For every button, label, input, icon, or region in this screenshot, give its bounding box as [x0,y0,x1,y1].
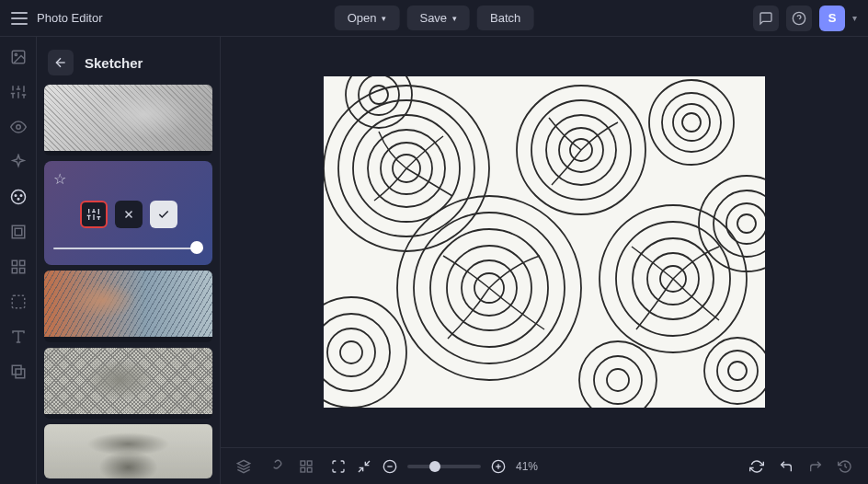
batch-button[interactable]: Batch [477,6,533,30]
retouch-tool-icon[interactable] [9,293,28,311]
svg-rect-22 [12,269,17,273]
bottombar-left [235,458,314,475]
svg-point-15 [15,195,17,197]
effects-panel: Sketcher Charcoal GFX Ai ☆ Co [37,37,221,484]
batch-label: Batch [490,11,520,25]
effect-controls [53,201,203,228]
compare-icon[interactable] [748,458,765,475]
topbar-right: S ▾ [753,6,857,31]
overlay-tool-icon[interactable] [9,363,28,381]
svg-rect-86 [301,461,305,466]
effect-label-row: Charcoal GFX Ai [44,151,212,156]
link-icon[interactable] [267,458,283,475]
image-tool-icon[interactable] [9,48,28,66]
eye-tool-icon[interactable] [9,118,28,136]
topbar-center: Open▾ Save▾ Batch [335,6,534,30]
effect-label-row: Color Sketch GFX Ai [44,337,212,341]
grid-icon[interactable] [298,458,314,475]
effect-intensity-slider[interactable] [53,241,203,256]
slider-thumb[interactable] [190,241,203,254]
effect-card-crosshatch[interactable]: Cross Hatch GFX Ai [44,348,212,419]
effect-card-active: ☆ [44,161,212,265]
effect-label-row: Cross Hatch GFX Ai [44,414,212,419]
app-title: Photo Editor [37,11,103,25]
hamburger-menu-icon[interactable] [11,12,28,25]
tool-rail [0,37,37,484]
elements-tool-icon[interactable] [9,258,28,276]
help-icon[interactable] [786,6,812,31]
svg-point-16 [20,195,22,197]
favorite-icon[interactable]: ☆ [53,171,66,187]
back-button[interactable] [48,50,74,75]
svg-marker-85 [237,460,249,467]
open-label: Open [348,11,377,25]
user-avatar[interactable]: S [819,6,845,31]
account-chevron-icon[interactable]: ▾ [852,13,857,23]
layers-icon[interactable] [235,458,252,475]
svg-rect-87 [307,461,312,466]
effect-card-color-sketch[interactable]: Color Sketch GFX Ai [44,271,212,341]
palette-tool-icon[interactable] [9,188,28,206]
svg-rect-20 [12,260,17,265]
slider-track [53,248,203,249]
svg-point-13 [16,125,20,130]
svg-rect-27 [12,365,21,375]
zoom-slider[interactable] [407,465,481,468]
save-button[interactable]: Save▾ [406,6,470,30]
svg-point-17 [17,199,19,201]
fit-icon[interactable] [356,458,372,475]
sparkle-tool-icon[interactable] [9,153,28,171]
effect-card-charcoal[interactable]: Charcoal GFX Ai [44,85,212,156]
svg-rect-18 [12,225,25,238]
svg-rect-21 [19,260,24,265]
effect-thumbnail [44,424,212,478]
zoom-controls: 41% [330,458,538,475]
svg-rect-28 [16,369,25,378]
effect-apply-button[interactable] [150,201,177,228]
chevron-down-icon: ▾ [382,14,386,23]
undo-icon[interactable] [778,458,794,475]
fullscreen-icon[interactable] [330,458,347,475]
chevron-down-icon: ▾ [452,14,457,23]
topbar-left: Photo Editor [11,11,103,25]
feedback-icon[interactable] [753,6,779,31]
canvas-image [324,76,765,408]
canvas-area: 41% [221,37,868,484]
text-tool-icon[interactable] [9,328,28,346]
history-icon[interactable] [837,458,853,475]
effect-thumbnail [44,271,212,337]
top-bar: Photo Editor Open▾ Save▾ Batch S ▾ [0,0,868,37]
svg-point-14 [11,190,25,204]
svg-rect-19 [15,228,22,236]
effect-cancel-button[interactable] [115,201,143,228]
svg-line-90 [365,461,370,466]
zoom-slider-thumb[interactable] [429,461,440,472]
bottom-bar: 41% [221,447,868,484]
svg-rect-23 [19,269,24,273]
zoom-out-icon[interactable] [382,458,398,475]
svg-rect-88 [301,467,305,472]
effect-settings-button[interactable] [80,201,108,228]
svg-point-3 [15,53,17,55]
canvas-viewport[interactable] [221,37,868,447]
svg-line-91 [359,467,363,472]
zoom-in-icon[interactable] [490,458,507,475]
main-area: Sketcher Charcoal GFX Ai ☆ Co [0,37,868,484]
effect-card-next[interactable] [44,424,212,478]
panel-title: Sketcher [85,55,143,71]
frame-tool-icon[interactable] [9,223,28,241]
panel-header: Sketcher [44,44,212,85]
open-button[interactable]: Open▾ [335,6,400,30]
save-label: Save [419,11,447,25]
bottombar-right [748,458,853,475]
zoom-percent: 41% [516,460,538,473]
redo-icon[interactable] [807,458,824,475]
effect-thumbnail [44,348,212,414]
svg-rect-89 [307,467,312,472]
svg-rect-24 [12,295,25,308]
effect-thumbnail [44,85,212,151]
adjust-tool-icon[interactable] [9,83,28,101]
